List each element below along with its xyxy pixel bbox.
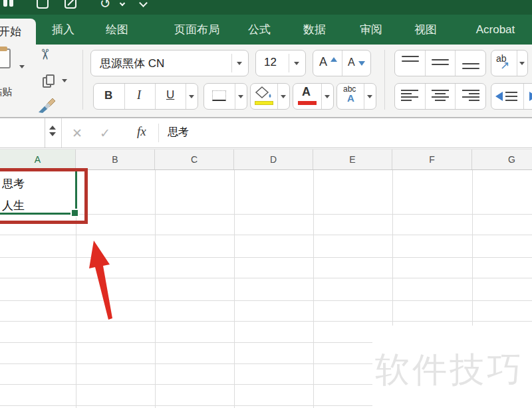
group-separator [82, 50, 83, 110]
format-painter-brush-icon[interactable] [37, 96, 56, 114]
tab-acrobat[interactable]: Acrobat [476, 15, 515, 45]
name-box-spinner[interactable] [49, 126, 56, 136]
name-box[interactable] [0, 118, 45, 148]
orientation-button[interactable]: ab ↗ [491, 51, 517, 76]
formula-bar-divider [158, 124, 159, 142]
decrease-indent-arrow-icon [495, 92, 503, 101]
tab-formulas[interactable]: 公式 [248, 15, 271, 45]
shrink-font-button[interactable]: A [342, 51, 370, 76]
paste-icon[interactable] [0, 49, 11, 68]
column-header-g[interactable]: G [472, 150, 532, 169]
formula-bar: ✕ ✓ fx 思考 [0, 118, 532, 148]
phonetic-button[interactable]: abc A [337, 84, 364, 109]
tab-home[interactable]: 开始 [0, 19, 36, 45]
font-size-combo[interactable]: 12 [255, 50, 306, 76]
font-color-button[interactable]: A [293, 84, 321, 109]
borders-dropdown[interactable] [235, 84, 247, 109]
column-header-b[interactable]: B [76, 150, 155, 169]
font-color-swatch [298, 101, 317, 105]
columns-icon[interactable] [3, 0, 7, 7]
phonetic-dropdown[interactable] [364, 84, 376, 109]
cut-scissors-icon[interactable]: ✂ [36, 49, 53, 60]
columns-icon[interactable] [9, 0, 13, 7]
undo-icon[interactable]: ↺ [100, 0, 111, 11]
align-middle-icon [426, 59, 455, 65]
borders-button[interactable] [204, 84, 235, 109]
grow-font-button[interactable]: A [313, 51, 342, 76]
align-left-button[interactable] [395, 84, 425, 109]
ribbon-home: 粘贴 ✂ 思源黑体 CN 12 A A [0, 45, 532, 118]
font-color-letter: A [302, 85, 311, 99]
borders-button-group [203, 83, 247, 110]
combo-divider [289, 54, 289, 72]
cancel-icon[interactable]: ✕ [72, 126, 82, 141]
column-header-a[interactable]: A [0, 150, 76, 169]
font-name-combo[interactable]: 思源黑体 CN [90, 50, 249, 76]
tab-view[interactable]: 视图 [414, 15, 437, 45]
column-header-c[interactable]: C [155, 150, 234, 169]
orientation-dropdown[interactable] [517, 51, 527, 76]
decrease-indent-lines-icon [505, 92, 517, 101]
gridline [313, 170, 314, 408]
tab-review[interactable]: 审阅 [360, 15, 382, 45]
combo-divider [231, 54, 232, 72]
column-header-f[interactable]: F [392, 150, 472, 169]
underline-label: U [166, 88, 174, 102]
chevron-down-icon[interactable] [139, 0, 148, 7]
font-size-value: 12 [264, 56, 277, 69]
align-top-button[interactable] [395, 51, 425, 76]
underline-caret-icon [189, 95, 194, 98]
gridline [155, 170, 156, 408]
caret-down-icon[interactable] [120, 1, 125, 6]
formula-input-value[interactable]: 思考 [168, 126, 189, 140]
title-bar: ↺ [0, 0, 532, 15]
font-color-dropdown[interactable] [321, 84, 333, 109]
align-middle-button[interactable] [425, 51, 455, 76]
tab-insert[interactable]: 插入 [52, 15, 74, 45]
fill-color-caret-icon [281, 95, 286, 98]
column-header-d[interactable]: D [234, 150, 313, 169]
align-center-button[interactable] [425, 84, 455, 109]
borders-icon [212, 90, 226, 101]
align-center-icon [432, 90, 449, 101]
fill-color-group [250, 83, 290, 110]
grow-font-arrow-icon [331, 57, 337, 62]
increase-indent-button[interactable] [523, 84, 532, 109]
align-left-icon [401, 90, 418, 101]
align-bottom-button[interactable] [455, 51, 485, 76]
align-right-button[interactable] [455, 84, 485, 109]
increase-indent-arrow-icon [529, 92, 532, 101]
tab-draw[interactable]: 绘图 [106, 15, 128, 45]
column-header-e[interactable]: E [313, 150, 392, 169]
formula-bar-divider [61, 118, 62, 148]
tab-page-layout[interactable]: 页面布局 [174, 15, 219, 45]
fill-color-swatch [255, 101, 273, 105]
italic-button[interactable]: I [124, 84, 155, 109]
annotation-red-rectangle [0, 168, 88, 224]
enter-check-icon[interactable]: ✓ [100, 126, 110, 141]
paste-button-label[interactable]: 粘贴 [0, 86, 24, 98]
font-color-group: A [293, 83, 334, 110]
column-header-row: A B C D E F G [0, 149, 532, 170]
ribbon-tab-bar: 开始 插入 绘图 页面布局 公式 数据 审阅 视图 Acrobat [0, 15, 532, 45]
align-right-icon [462, 90, 479, 101]
bold-button[interactable]: B [94, 84, 124, 109]
insert-function-fx-icon[interactable]: fx [137, 124, 146, 139]
group-separator [384, 50, 385, 110]
font-name-caret-icon[interactable] [237, 62, 242, 65]
paste-dropdown-caret-icon[interactable] [19, 65, 25, 68]
fill-color-button[interactable] [251, 84, 277, 109]
tab-data[interactable]: 数据 [303, 15, 326, 45]
annotation-red-arrow [78, 235, 120, 325]
underline-dropdown[interactable] [186, 84, 198, 109]
decrease-indent-button[interactable] [491, 84, 523, 109]
save-icon[interactable] [37, 0, 49, 9]
watermark-text: 软件技巧 [375, 347, 524, 393]
font-size-caret-icon[interactable] [294, 62, 299, 65]
copy-dropdown-caret-icon[interactable] [62, 79, 67, 82]
fill-color-dropdown[interactable] [277, 84, 289, 109]
horizontal-align-group [394, 83, 486, 110]
borders-caret-icon [238, 95, 243, 98]
underline-button[interactable]: U [155, 84, 186, 109]
gridline [234, 170, 235, 408]
